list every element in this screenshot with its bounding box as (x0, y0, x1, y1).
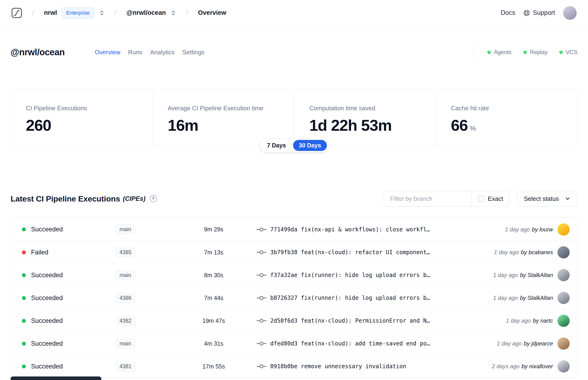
meta-cell: 1 day ago by StalkAltan (493, 269, 577, 281)
exact-label: Exact (488, 195, 503, 203)
status-dot-icon (22, 228, 26, 231)
status-label: Succeeded (31, 317, 63, 324)
navbar-actions: Docs Support (501, 6, 577, 20)
cipe-row[interactable]: Succeeded main 9m 29s 771499da fix(nx-ap… (11, 218, 577, 241)
author: by nartc (533, 318, 553, 324)
branch-cell: 4386 (115, 293, 189, 303)
nx-cloud-logo[interactable] (11, 7, 22, 18)
status-label: Succeeded (31, 272, 63, 279)
branch-filter-group: Exact (384, 191, 510, 207)
status-dot-icon (22, 364, 26, 368)
status-select-button[interactable]: Select status (517, 191, 577, 207)
branch-badge: main (115, 270, 135, 280)
git-commit-icon (257, 318, 266, 323)
commit-message: 3b79fb38 feat(nx-cloud): refactor UI com… (270, 249, 430, 256)
stat-label: CI Pipeline Executions (26, 105, 152, 112)
commit-cell: 2d58f6d3 feat(nx-cloud): PermissionError… (239, 318, 506, 324)
cipe-row[interactable]: Succeeded 4386 7m 44s b8726327 fix(runne… (11, 286, 577, 309)
author: by bcabanes (521, 249, 553, 256)
status-label: Failed (31, 249, 48, 256)
breadcrumb: / nrwl Enterprise / @nrwl/ocean / Overvi… (11, 7, 226, 18)
cipe-table: Succeeded main 9m 29s 771499da fix(nx-ap… (11, 218, 577, 378)
status-dot-icon (22, 250, 26, 254)
commit-message: 0918b0be remove unnecessary invalidation (270, 363, 406, 370)
breadcrumb-separator: / (114, 8, 117, 17)
cipe-row[interactable]: Succeeded 4382 19m 47s 2d58f6d3 feat(nx-… (11, 309, 577, 332)
time-ago: 2 days ago (492, 363, 519, 370)
enterprise-badge: Enterprise (62, 7, 94, 18)
status-indicators: Agents Replay VCS (473, 46, 577, 59)
green-dot-icon (487, 51, 491, 54)
tab-settings[interactable]: Settings (182, 49, 204, 56)
lifebuoy-icon (523, 9, 530, 17)
vcs-indicator[interactable]: VCS (559, 49, 577, 56)
stat-value: 66% (451, 116, 577, 134)
duration: 17m 55s (189, 363, 239, 370)
commit-message: b8726327 fix(runner): hide log upload er… (270, 295, 430, 301)
checkbox-icon (478, 196, 484, 202)
help-icon[interactable]: ? (150, 195, 157, 202)
vertical-divider (473, 46, 473, 59)
exact-checkbox[interactable]: Exact (472, 191, 509, 206)
cipe-row[interactable]: Succeeded main 4m 31s dfed80d3 feat(nx-c… (11, 332, 577, 355)
status-cell: Succeeded (11, 317, 115, 324)
org-selector[interactable]: nrwl Enterprise (44, 7, 105, 18)
time-ago: 1 day ago (493, 295, 518, 301)
time-ago: 1 day ago (506, 318, 531, 324)
duration: 7m 13s (189, 249, 239, 256)
commit-message: 771499da fix(nx-api & workflows): close … (270, 226, 430, 233)
cipe-row[interactable]: Failed 4385 7m 13s 3b79fb38 feat(nx-clou… (11, 241, 577, 264)
author: by jdpearce (524, 340, 553, 347)
workspace-selector[interactable]: @nrwl/ocean (127, 9, 176, 17)
git-commit-icon (257, 364, 266, 369)
docs-link[interactable]: Docs (501, 9, 515, 17)
meta-cell: 2 days ago by nixallover (492, 360, 577, 373)
stat-value: 16m (168, 116, 294, 134)
author: by StalkAltan (520, 295, 553, 301)
cipe-row[interactable]: Succeeded 4381 17m 55s 0918b0be remove u… (11, 355, 577, 378)
breadcrumb-separator: / (32, 8, 34, 17)
author: by nixallover (522, 363, 553, 370)
status-label: Succeeded (31, 294, 63, 302)
avatar (557, 269, 570, 281)
git-commit-icon (257, 227, 266, 232)
chevron-down-icon (565, 196, 570, 202)
tab-analytics[interactable]: Analytics (150, 49, 174, 56)
main-content: @nrwl/ocean Overview Runs Analytics Sett… (0, 26, 588, 378)
author: by lourw (532, 226, 553, 233)
agents-indicator[interactable]: Agents (487, 49, 512, 56)
status-label: Succeeded (31, 340, 63, 347)
workspace-tabs: Overview Runs Analytics Settings (95, 49, 204, 56)
duration: 4m 31s (189, 340, 239, 347)
support-label: Support (533, 9, 555, 17)
user-avatar[interactable] (563, 6, 577, 20)
meta-cell: 1 day ago by nartc (506, 315, 577, 327)
avatar (557, 246, 570, 258)
git-commit-icon (257, 250, 266, 255)
cipe-row[interactable]: Succeeded main 8m 30s f37a32ae fix(runne… (11, 264, 577, 286)
status-label: Succeeded (31, 226, 63, 233)
commit-cell: 771499da fix(nx-api & workflows): close … (239, 226, 505, 233)
status-dot-icon (22, 319, 26, 323)
branch-badge: main (115, 339, 135, 348)
tab-runs[interactable]: Runs (128, 49, 142, 56)
chevron-updown-icon (171, 10, 176, 16)
branch-cell: 4385 (115, 247, 189, 257)
status-cell: Succeeded (11, 226, 115, 233)
commit-cell: 0918b0be remove unnecessary invalidation (239, 363, 492, 370)
vcs-label: VCS (566, 49, 577, 56)
range-30-days-button[interactable]: 30 Days (293, 140, 327, 151)
support-link[interactable]: Support (523, 9, 555, 17)
branch-filter-input[interactable] (384, 191, 472, 206)
workspace-name: @nrwl/ocean (127, 9, 166, 17)
replay-indicator[interactable]: Replay (523, 49, 548, 56)
branch-badge: 4382 (115, 316, 135, 326)
avatar (557, 223, 570, 236)
status-dot-icon (22, 342, 26, 346)
author: by StalkAltan (520, 272, 553, 278)
tab-overview[interactable]: Overview (95, 49, 120, 56)
range-7-days-button[interactable]: 7 Days (261, 140, 292, 151)
stat-cache-hit-rate: Cache hit rate 66% (436, 90, 577, 146)
meta-cell: 1 day ago by bcabanes (494, 246, 577, 258)
commit-message: 2d58f6d3 feat(nx-cloud): PermissionError… (270, 318, 430, 324)
